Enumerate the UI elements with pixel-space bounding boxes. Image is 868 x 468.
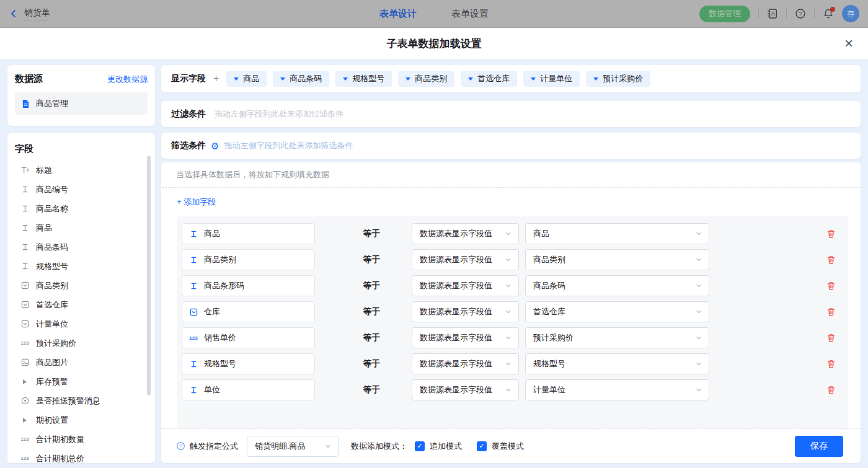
fill-rule-hint: 当选择具体数据后，将按如下规则填充数据 — [162, 162, 860, 188]
source-type-dropdown[interactable]: 数据源表显示字段值 — [412, 301, 519, 322]
mapping-row: 123销售单价 等于 数据源表显示字段值 预计采购价 — [182, 327, 836, 348]
source-type-dropdown[interactable]: 数据源表显示字段值 — [412, 275, 519, 296]
display-field-tag[interactable]: 商品类别 — [398, 71, 454, 87]
field-item[interactable]: 期初设置 — [7, 410, 155, 430]
field-item[interactable]: 商品名称 — [7, 199, 155, 218]
dialog-footer: ? 触发指定公式 销货明细.商品 数据添加模式： ✓ 追加模式 ✓ 覆盖模式 保… — [161, 428, 861, 463]
target-field-select[interactable]: 仓库 — [182, 301, 315, 322]
source-field-dropdown[interactable]: 首选仓库 — [525, 301, 709, 322]
source-field-dropdown[interactable]: 计量单位 — [525, 379, 709, 400]
field-item[interactable]: 商品图片 — [7, 353, 155, 372]
dropdown-triangle-icon — [234, 77, 239, 81]
target-field-select[interactable]: 123销售单价 — [182, 327, 315, 348]
form-name[interactable]: 销货单 — [24, 7, 50, 20]
fields-title: 字段 — [15, 143, 155, 155]
tab-form-design[interactable]: 表单设计 — [379, 8, 417, 20]
overwrite-mode-checkbox[interactable]: ✓ 覆盖模式 — [477, 441, 524, 452]
field-item[interactable]: 规格型号 — [7, 257, 155, 276]
sidebar-scrollbar[interactable] — [147, 156, 151, 395]
delete-row-icon[interactable] — [826, 333, 836, 343]
operator-label: 等于 — [363, 384, 391, 395]
field-item[interactable]: 标题 — [7, 161, 155, 180]
back-chevron-icon — [9, 9, 19, 19]
source-type-dropdown[interactable]: 数据源表显示字段值 — [412, 353, 519, 374]
append-mode-checkbox[interactable]: ✓ 追加模式 — [415, 441, 462, 452]
delete-row-icon[interactable] — [826, 229, 836, 239]
source-field-dropdown[interactable]: 商品条码 — [525, 275, 709, 296]
source-field-dropdown[interactable]: 规格型号 — [525, 353, 709, 374]
text-field-icon — [20, 243, 30, 251]
tab-form-settings[interactable]: 表单设置 — [451, 8, 489, 20]
change-datasource-link[interactable]: 更改数据源 — [107, 74, 148, 85]
source-type-dropdown[interactable]: 数据源表显示字段值 — [412, 327, 519, 348]
target-field-select[interactable]: 商品 — [182, 223, 315, 244]
source-type-dropdown[interactable]: 数据源表显示字段值 — [412, 379, 519, 400]
field-item[interactable]: 商品 — [7, 218, 155, 237]
help-icon[interactable]: ? — [795, 8, 806, 19]
formula-field-dropdown[interactable]: 销货明细.商品 — [247, 436, 339, 457]
delete-row-icon[interactable] — [826, 386, 836, 395]
delete-row-icon[interactable] — [826, 255, 836, 265]
datasource-title: 数据源 — [15, 73, 43, 85]
target-field-select[interactable]: 单位 — [182, 379, 315, 400]
display-field-tag[interactable]: 商品条码 — [273, 71, 329, 87]
save-button[interactable]: 保存 — [795, 436, 843, 457]
chevron-down-icon — [505, 282, 512, 289]
delete-row-icon[interactable] — [826, 307, 836, 317]
field-item[interactable]: 商品类别 — [7, 276, 155, 295]
filter-condition-label: 过滤条件 — [171, 108, 206, 120]
source-field-dropdown[interactable]: 商品类别 — [525, 249, 709, 270]
select-field-icon — [20, 281, 30, 289]
checkbox-checked-icon: ✓ — [477, 441, 487, 451]
field-item[interactable]: 库存预警 — [7, 372, 155, 391]
text-field-icon — [188, 282, 198, 290]
mapping-row: 单位 等于 数据源表显示字段值 计量单位 — [182, 379, 836, 400]
notification-bell-icon[interactable] — [823, 8, 834, 19]
chevron-down-icon — [695, 334, 702, 342]
operator-label: 等于 — [363, 306, 391, 317]
display-field-tag[interactable]: 计量单位 — [523, 71, 580, 87]
source-field-dropdown[interactable]: 商品 — [525, 223, 709, 244]
field-item[interactable]: 123合计期初总价 — [7, 449, 155, 463]
filter-condition-dropzone[interactable]: 过滤条件 拖动左侧字段到此处来添加过滤条件 — [161, 101, 861, 127]
settings-gear-icon[interactable]: ⚙ — [211, 141, 219, 151]
close-icon[interactable]: × — [844, 36, 853, 51]
field-item[interactable]: 商品条码 — [7, 237, 155, 257]
source-type-dropdown[interactable]: 数据源表显示字段值 — [412, 223, 519, 244]
text-field-icon — [188, 360, 198, 368]
operator-label: 等于 — [363, 358, 391, 369]
source-type-dropdown[interactable]: 数据源表显示字段值 — [412, 249, 519, 270]
target-field-select[interactable]: 商品条形码 — [182, 275, 315, 296]
address-book-icon[interactable]: A — [767, 8, 778, 19]
data-manage-button[interactable]: 数据管理 — [699, 6, 750, 22]
formula-help-icon[interactable]: ? — [176, 441, 185, 451]
chevron-down-icon — [695, 308, 702, 316]
display-field-tag[interactable]: 预计采购价 — [586, 71, 650, 87]
source-field-dropdown[interactable]: 预计采购价 — [525, 327, 709, 348]
target-field-select[interactable]: 商品类别 — [182, 249, 315, 270]
text-field-icon — [20, 224, 30, 232]
display-field-tag[interactable]: 规格型号 — [335, 71, 392, 87]
display-field-tag[interactable]: 商品 — [226, 71, 267, 87]
dropdown-triangle-icon — [593, 77, 598, 81]
svg-text:?: ? — [799, 10, 802, 17]
field-item[interactable]: 是否推送预警消息 — [7, 391, 155, 410]
field-item[interactable]: 首选仓库 — [7, 295, 155, 314]
target-field-select[interactable]: 规格型号 — [182, 353, 315, 374]
field-item[interactable]: 123预计采购价 — [7, 333, 155, 353]
field-item[interactable]: 123合计期初数量 — [7, 430, 155, 449]
delete-row-icon[interactable] — [826, 281, 836, 291]
add-display-field-button[interactable]: + — [213, 73, 219, 84]
back-button[interactable]: 销货单 — [9, 7, 50, 20]
avatar[interactable]: 存 — [842, 5, 859, 22]
delete-row-icon[interactable] — [826, 360, 836, 369]
field-item[interactable]: 商品编号 — [7, 180, 155, 199]
topbar-tabs: 表单设计 表单设置 — [379, 0, 489, 27]
screen-condition-dropzone[interactable]: 筛选条件 ⚙ 拖动左侧字段到此处来添加筛选条件 — [161, 133, 861, 159]
add-field-link[interactable]: + 添加字段 — [177, 196, 216, 208]
notification-dot — [830, 7, 835, 12]
fields-card: 字段 标题 商品编号 商品名称 商品 商品条码 规格型号 商品类别 首选仓库 计… — [7, 133, 155, 463]
display-field-tag[interactable]: 首选仓库 — [461, 71, 517, 87]
field-item[interactable]: 计量单位 — [7, 314, 155, 333]
datasource-selected[interactable]: 商品管理 — [15, 92, 148, 115]
